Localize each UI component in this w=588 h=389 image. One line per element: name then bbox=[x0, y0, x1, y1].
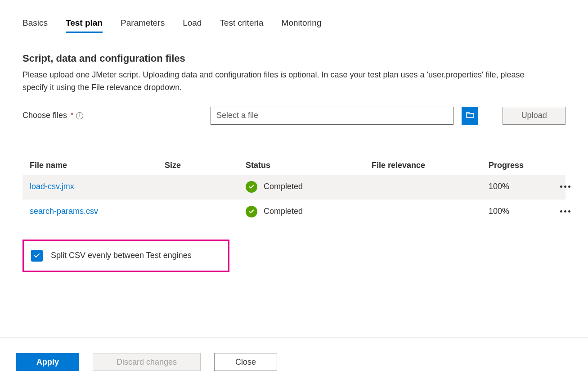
file-name-link[interactable]: load-csv.jmx bbox=[30, 182, 165, 191]
apply-button[interactable]: Apply bbox=[16, 353, 79, 371]
table-row: search-params.csv Completed 100% bbox=[22, 199, 566, 224]
footer-actions: Apply Discard changes Close bbox=[0, 337, 588, 371]
files-table: File name Size Status File relevance Pro… bbox=[22, 156, 566, 224]
file-status: Completed bbox=[246, 206, 372, 217]
folder-icon bbox=[466, 110, 475, 121]
required-indicator: * bbox=[71, 112, 73, 120]
check-circle-icon bbox=[246, 206, 257, 217]
tab-monitoring[interactable]: Monitoring bbox=[282, 18, 322, 33]
tab-test-plan[interactable]: Test plan bbox=[66, 18, 103, 33]
file-status: Completed bbox=[246, 181, 372, 193]
browse-button[interactable] bbox=[462, 107, 478, 125]
file-progress: 100% bbox=[489, 207, 552, 216]
file-name-link[interactable]: search-params.csv bbox=[30, 207, 165, 216]
row-more-menu[interactable] bbox=[552, 185, 579, 188]
split-csv-checkbox[interactable] bbox=[31, 250, 43, 262]
section-title: Script, data and configuration files bbox=[22, 53, 566, 64]
file-select-input[interactable]: Select a file bbox=[211, 107, 453, 125]
tab-test-criteria[interactable]: Test criteria bbox=[220, 18, 263, 33]
col-file-name: File name bbox=[30, 161, 165, 170]
split-csv-option: Split CSV evenly between Test engines bbox=[22, 240, 229, 272]
col-status: Status bbox=[246, 161, 372, 170]
table-row: load-csv.jmx Completed 100% bbox=[22, 175, 566, 199]
col-size: Size bbox=[165, 161, 246, 170]
section-description: Please upload one JMeter script. Uploadi… bbox=[22, 69, 535, 94]
check-circle-icon bbox=[246, 181, 257, 193]
split-csv-label: Split CSV evenly between Test engines bbox=[51, 251, 192, 260]
file-progress: 100% bbox=[489, 182, 552, 191]
file-status-text: Completed bbox=[264, 182, 303, 191]
info-icon[interactable]: i bbox=[76, 112, 83, 119]
table-header-row: File name Size Status File relevance Pro… bbox=[22, 156, 566, 175]
choose-files-row: Choose files * i Select a file Upload bbox=[22, 107, 566, 125]
discard-button[interactable]: Discard changes bbox=[93, 353, 201, 371]
choose-files-label-text: Choose files bbox=[22, 111, 67, 120]
tab-basics[interactable]: Basics bbox=[22, 18, 48, 33]
tab-parameters[interactable]: Parameters bbox=[121, 18, 165, 33]
col-file-relevance: File relevance bbox=[372, 161, 489, 170]
col-progress: Progress bbox=[489, 161, 552, 170]
close-button[interactable]: Close bbox=[214, 353, 277, 371]
tabs: Basics Test plan Parameters Load Test cr… bbox=[22, 18, 566, 33]
choose-files-label: Choose files * i bbox=[22, 111, 202, 120]
file-status-text: Completed bbox=[264, 207, 303, 216]
upload-button[interactable]: Upload bbox=[503, 107, 566, 125]
tab-load[interactable]: Load bbox=[183, 18, 202, 33]
row-more-menu[interactable] bbox=[552, 210, 579, 213]
